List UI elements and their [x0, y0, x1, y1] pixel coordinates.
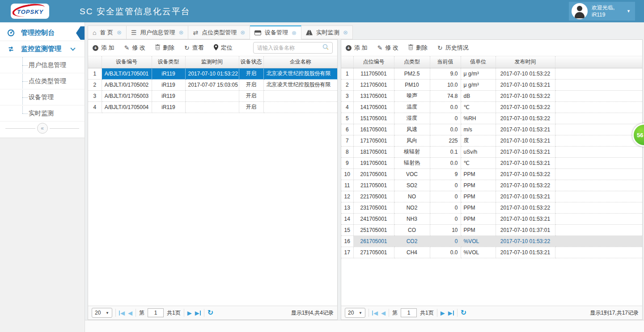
- table-cell: NO: [394, 191, 430, 202]
- table-cell: [263, 101, 337, 113]
- sidebar-item-user-info[interactable]: 用户信息管理: [0, 57, 85, 73]
- table-cell: iR119: [152, 68, 185, 79]
- refresh-icon[interactable]: ↻: [461, 309, 466, 316]
- tab-user-info[interactable]: ☰ 用户信息管理 ⊗: [127, 25, 188, 39]
- table-row[interactable]: 9191705001辐射热0.0℃2017-07-10 01:53:21: [341, 157, 642, 168]
- record-summary: 显示1到4,共4记录: [291, 309, 334, 317]
- column-header[interactable]: [341, 56, 353, 68]
- page-number-input[interactable]: [148, 308, 164, 317]
- table-row[interactable]: 3A/BJLT/0/1705003iR119开启: [88, 90, 337, 101]
- column-header[interactable]: [555, 56, 642, 68]
- tab-realtime[interactable]: 实时监测 ⊗: [301, 25, 353, 39]
- sidebar-subitem-label: 实时监测: [29, 109, 54, 118]
- column-header[interactable]: 设备状态: [239, 56, 263, 68]
- button-label: 添 加: [101, 44, 114, 52]
- table-cell: 7: [341, 135, 353, 146]
- sidebar-item-point-type[interactable]: 点位类型管理: [0, 73, 85, 89]
- column-header[interactable]: 值单位: [461, 56, 496, 68]
- tab-device-mgmt[interactable]: 设备管理 ⊗: [250, 25, 301, 39]
- table-row[interactable]: 2121705001PM1010.0μ g/m³2017-07-10 01:53…: [341, 79, 642, 90]
- table-cell: 风向: [394, 135, 430, 146]
- table-row[interactable]: 7171705001风向225度2017-07-10 01:53:21: [341, 135, 642, 146]
- sidebar: 管理控制台 监控监测管理 用户信息管理 点位类型管理 设备管理 实时监测 «: [0, 22, 85, 332]
- add-button[interactable]: 添 加: [93, 44, 114, 52]
- column-header[interactable]: 企业名称: [263, 56, 337, 68]
- table-cell: CO: [394, 224, 430, 235]
- edit-button[interactable]: ✎修 改: [124, 44, 145, 52]
- table-cell: [555, 213, 642, 224]
- prev-page-button[interactable]: ◀: [128, 310, 132, 316]
- table-row[interactable]: 4A/BJLT/0/1705004iR119开启: [88, 101, 337, 113]
- table-row[interactable]: 17271705001CH40.0%VOL2017-07-10 01:53:21: [341, 247, 642, 258]
- close-icon[interactable]: ⊗: [179, 29, 184, 36]
- column-header[interactable]: 点类型: [394, 56, 430, 68]
- edit-button[interactable]: ✎修 改: [377, 44, 398, 52]
- sidebar-item-realtime[interactable]: 实时监测: [0, 105, 85, 122]
- table-row[interactable]: 11211705001SO20PPM2017-07-10 01:53:22: [341, 180, 642, 191]
- close-icon[interactable]: ⊗: [117, 29, 122, 36]
- first-page-button[interactable]: ◀: [119, 310, 125, 316]
- next-page-button[interactable]: ▶: [187, 310, 192, 316]
- collapse-sidebar-button[interactable]: «: [37, 123, 48, 134]
- close-icon[interactable]: ⊗: [343, 29, 348, 36]
- table-row[interactable]: 5151705001湿度0%RH2017-07-10 01:53:22: [341, 113, 642, 124]
- page-size-select[interactable]: 20▼: [345, 308, 365, 318]
- sidebar-item-monitor-mgmt[interactable]: 监控监测管理: [0, 41, 85, 57]
- first-page-button[interactable]: ◀: [372, 310, 378, 316]
- table-row[interactable]: 6161705001风速0.0m/s2017-07-10 01:53:21: [341, 124, 642, 135]
- table-row[interactable]: 2A/BJLT/0/1705002iR1192017-07-07 15:03:0…: [88, 79, 337, 90]
- top-header: TOPSKY SC 安全监管信息化云平台 欢迎光临, iR119 ▼: [0, 0, 644, 22]
- table-cell: [555, 202, 642, 213]
- column-header[interactable]: 设备类型: [152, 56, 185, 68]
- history-button[interactable]: ↻历史情况: [437, 44, 469, 52]
- user-menu[interactable]: 欢迎光临, iR119 ▼: [569, 2, 635, 21]
- add-button[interactable]: 添 加: [346, 44, 368, 52]
- locate-button[interactable]: 定位: [214, 44, 233, 52]
- table-row[interactable]: 1111705001PM2.59.0μ g/m³2017-07-10 01:53…: [341, 68, 642, 79]
- table-cell: 0: [430, 180, 461, 191]
- table-row[interactable]: 8181705001核辐射0.1uSv/h2017-07-10 01:53:21: [341, 146, 642, 157]
- view-button[interactable]: ↻查看: [184, 44, 204, 52]
- table-row[interactable]: 4141705001温度0.0℃2017-07-10 01:53:22: [341, 101, 642, 113]
- table-cell: 2017-07-10 01:53:21: [496, 213, 555, 224]
- table-row[interactable]: 13231705001NO20PPM2017-07-10 01:53:22: [341, 202, 642, 213]
- sync-icon: ⇄: [193, 29, 198, 36]
- delete-button[interactable]: 删除: [408, 44, 428, 52]
- close-icon[interactable]: ⊗: [240, 29, 245, 36]
- sidebar-item-dashboard[interactable]: 管理控制台: [0, 25, 85, 41]
- last-page-button[interactable]: ▶: [195, 310, 201, 316]
- table-cell: 2017-07-10 01:53:21: [496, 146, 555, 157]
- table-row[interactable]: 10201705001VOC9PPM2017-07-10 01:53:22: [341, 168, 642, 180]
- close-icon[interactable]: ⊗: [292, 29, 297, 36]
- table-row[interactable]: 12221705001NO0PPM2017-07-10 01:53:21: [341, 191, 642, 202]
- next-page-button[interactable]: ▶: [441, 310, 445, 316]
- table-row[interactable]: 14241705001NH30PPM2017-07-10 01:53:21: [341, 213, 642, 224]
- table-cell: 0.1: [430, 146, 461, 157]
- table-cell: 225: [430, 135, 461, 146]
- table-row[interactable]: 1A/BJLT/0/1705001iR1192017-07-10 01:53:2…: [88, 68, 337, 79]
- button-label: 定位: [221, 44, 233, 52]
- table-cell: 4: [341, 101, 353, 113]
- record-summary: 显示1到17,共17记录: [590, 309, 639, 317]
- tab-point-type[interactable]: ⇄ 点位类型管理 ⊗: [188, 25, 250, 39]
- table-row[interactable]: 3131705001噪声74.8dB2017-07-10 01:53:22: [341, 90, 642, 101]
- column-header[interactable]: 设备编号: [102, 56, 152, 68]
- page-size-select[interactable]: 20▼: [92, 308, 112, 318]
- delete-button[interactable]: 删除: [155, 44, 174, 52]
- refresh-icon[interactable]: ↻: [208, 309, 213, 316]
- column-header[interactable]: 点位编号: [353, 56, 394, 68]
- column-header[interactable]: [88, 56, 102, 68]
- search-icon[interactable]: [322, 44, 329, 52]
- column-header[interactable]: 发布时间: [496, 56, 555, 68]
- column-header[interactable]: 监测时间: [185, 56, 239, 68]
- sidebar-item-device-mgmt[interactable]: 设备管理: [0, 89, 85, 105]
- tab-home[interactable]: ⌂ 首 页 ⊗: [88, 25, 127, 39]
- table-cell: CO2: [394, 235, 430, 247]
- page-number-input[interactable]: [401, 308, 417, 317]
- last-page-button[interactable]: ▶: [448, 310, 454, 316]
- prev-page-button[interactable]: ◀: [381, 310, 386, 316]
- column-header[interactable]: 当前值: [430, 56, 461, 68]
- table-row[interactable]: 15251705001CO10PPM2017-07-10 01:37:01: [341, 224, 642, 235]
- table-row[interactable]: 16261705001CO20%VOL2017-07-10 01:53:22: [341, 235, 642, 247]
- device-search-input[interactable]: [257, 45, 320, 51]
